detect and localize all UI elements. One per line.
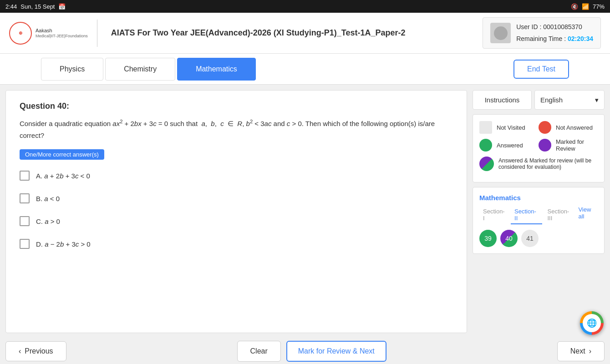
- legend-not-answered: Not Answered: [539, 121, 598, 134]
- answered-icon: [479, 139, 492, 152]
- option-label-d: D. a − 2b + 3c > 0: [36, 240, 91, 248]
- status-time: 2:44: [5, 3, 17, 10]
- header: ⊕ Aakash Medical|IIT-JEE|Foundations AIA…: [0, 13, 610, 54]
- option-checkbox-b[interactable]: [20, 193, 30, 203]
- language-selector[interactable]: English ▾: [534, 90, 605, 110]
- math-expr2: bx: [134, 120, 142, 127]
- next-button[interactable]: Next ›: [557, 341, 605, 361]
- tab-physics[interactable]: Physics: [41, 58, 103, 81]
- legend-box: Not Visited Not Answered Answered Marked…: [473, 114, 605, 182]
- battery-indicator: 77%: [593, 3, 605, 10]
- question-panel: Question 40: Consider a quadratic equati…: [5, 90, 467, 333]
- chevron-left-icon: ‹: [19, 347, 21, 355]
- answered-label: Answered: [497, 142, 523, 149]
- mute-icon: 🔇: [571, 3, 578, 10]
- question-numbers: 39 40 41: [479, 230, 598, 247]
- marked-review-icon: [539, 139, 551, 152]
- clear-label: Clear: [250, 347, 268, 355]
- option-row-a: A. a + 2b + 3c < 0: [20, 171, 453, 181]
- section-tab-2[interactable]: Section-II: [511, 206, 542, 224]
- option-checkbox-a[interactable]: [20, 171, 30, 181]
- q-num-39[interactable]: 39: [479, 230, 497, 247]
- section-tab-1[interactable]: Section-I: [479, 206, 509, 224]
- calendar-icon: 📅: [58, 3, 66, 10]
- status-left: 2:44 Sun, 15 Sept 📅: [5, 3, 66, 10]
- logo-text: Aakash Medical|IIT-JEE|Foundations: [36, 27, 88, 39]
- q-num-40[interactable]: 40: [500, 230, 518, 247]
- answered-marked-icon: [479, 157, 494, 171]
- option-label-c: C. a > 0: [36, 217, 60, 225]
- option-row-b: B. a < 0: [20, 193, 453, 203]
- logo-line1: Aakash: [36, 27, 88, 34]
- math-expr3: c: [153, 120, 157, 127]
- wifi-icon: 📶: [582, 3, 589, 10]
- next-label: Next: [570, 347, 585, 355]
- nav-center: Clear Mark for Review & Next: [237, 341, 386, 362]
- chevron-right-icon: ›: [589, 347, 591, 355]
- tab-chemistry[interactable]: Chemistry: [105, 58, 175, 81]
- not-visited-icon: [479, 121, 492, 134]
- tab-mathematics[interactable]: Mathematics: [177, 58, 256, 81]
- fab-button[interactable]: 🌐: [580, 311, 604, 335]
- legend-marked-review: Marked for Review: [539, 138, 598, 152]
- logo-icon: ⊕: [19, 30, 22, 35]
- marked-review-label: Marked for Review: [556, 138, 598, 152]
- not-answered-label: Not Answered: [556, 124, 593, 131]
- exam-title: AIATS For Two Year JEE(Advanced)-2026 (X…: [107, 28, 473, 38]
- math-section-title: Mathematics: [479, 194, 598, 202]
- section-tabs: Section-I Section-II Section-III View al…: [479, 206, 598, 224]
- status-date: Sun, 15 Sept: [20, 3, 55, 10]
- fab-inner: 🌐: [583, 314, 601, 332]
- bottom-nav: ‹ Previous Clear Mark for Review & Next …: [0, 339, 610, 364]
- view-all-link[interactable]: View all: [578, 206, 598, 224]
- instructions-button[interactable]: Instructions: [473, 90, 532, 110]
- user-id: User ID : 00010085370: [516, 21, 593, 33]
- not-visited-label: Not Visited: [497, 124, 525, 131]
- right-panel: Instructions English ▾ Not Visited Not A…: [473, 90, 605, 333]
- question-number: Question 40:: [20, 101, 453, 111]
- previous-button[interactable]: ‹ Previous: [5, 341, 66, 361]
- subject-tabs: Physics Chemistry Mathematics End Test: [0, 54, 610, 85]
- logo-line2: Medical|IIT-JEE|Foundations: [36, 34, 88, 39]
- status-right: 🔇 📶 77%: [571, 3, 605, 10]
- legend-not-visited: Not Visited: [479, 121, 539, 134]
- option-row-c: C. a > 0: [20, 216, 453, 226]
- user-details: User ID : 00010085370 Remaining Time : 0…: [516, 21, 593, 44]
- fab-icon: 🌐: [587, 318, 597, 328]
- avatar-icon: [494, 26, 508, 40]
- remaining-time: 02:20:34: [568, 35, 593, 42]
- user-info: User ID : 00010085370 Remaining Time : 0…: [483, 17, 601, 48]
- not-answered-icon: [539, 121, 551, 134]
- mark-review-label: Mark for Review & Next: [298, 347, 375, 355]
- logo-circle: ⊕: [9, 22, 32, 45]
- option-row-d: D. a − 2b + 3c > 0: [20, 239, 453, 249]
- instructions-lang-row: Instructions English ▾: [473, 90, 605, 110]
- clear-button[interactable]: Clear: [237, 341, 281, 362]
- option-checkbox-d[interactable]: [20, 239, 30, 249]
- chevron-down-icon: ▾: [595, 96, 599, 104]
- question-text: Consider a quadratic equation ax2 + 2bx …: [20, 117, 453, 141]
- option-checkbox-c[interactable]: [20, 216, 30, 226]
- status-bar: 2:44 Sun, 15 Sept 📅 🔇 📶 77%: [0, 0, 610, 13]
- remaining-time-row: Remaining Time : 02:20:34: [516, 33, 593, 45]
- previous-label: Previous: [25, 347, 53, 355]
- option-label-a: A. a + 2b + 3c < 0: [36, 172, 90, 180]
- legend-answered: Answered: [479, 138, 539, 152]
- end-test-button[interactable]: End Test: [513, 60, 569, 79]
- logo-area: ⊕ Aakash Medical|IIT-JEE|Foundations: [9, 20, 97, 47]
- mark-review-button[interactable]: Mark for Review & Next: [286, 341, 386, 362]
- answered-marked-label: Answered & Marked for review (will be co…: [498, 157, 598, 170]
- math-expr1: ax: [112, 120, 120, 127]
- option-label-b: B. a < 0: [36, 195, 60, 202]
- math-section: Mathematics Section-I Section-II Section…: [473, 187, 605, 254]
- language-label: English: [540, 96, 563, 104]
- q-num-41[interactable]: 41: [521, 230, 539, 247]
- section-tab-3[interactable]: Section-III: [544, 206, 577, 224]
- question-badge: One/More correct answer(s): [20, 149, 104, 160]
- legend-answered-marked: Answered & Marked for review (will be co…: [479, 157, 598, 171]
- remaining-label: Remaining Time :: [516, 35, 566, 42]
- main-content: Question 40: Consider a quadratic equati…: [0, 85, 610, 339]
- user-avatar: [490, 23, 511, 43]
